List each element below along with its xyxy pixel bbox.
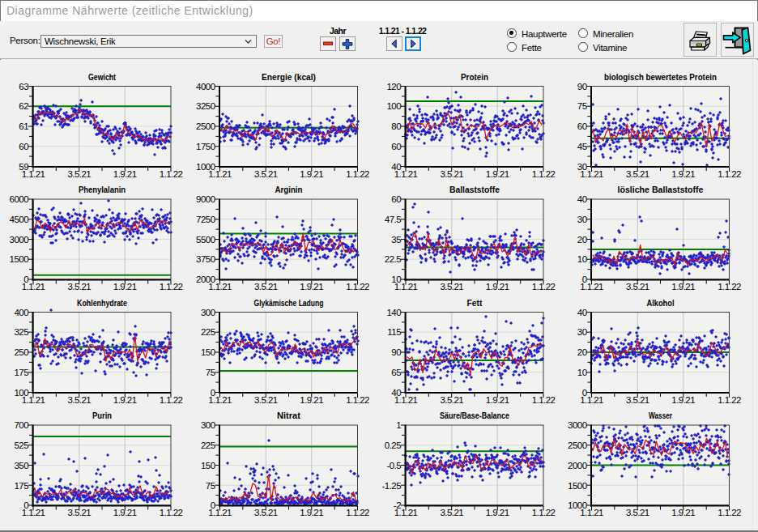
svg-text:60: 60 [577,121,587,131]
svg-text:4500: 4500 [10,215,29,224]
svg-text:1.9.21: 1.9.21 [486,282,509,292]
svg-text:3.5.21: 3.5.21 [67,395,91,405]
svg-text:1.1.22: 1.1.22 [718,282,741,292]
svg-text:Kohlenhydrate: Kohlenhydrate [77,298,127,308]
svg-text:1.9.21: 1.9.21 [113,508,137,517]
svg-text:2500: 2500 [196,121,215,131]
svg-text:1.1.21: 1.1.21 [394,282,418,292]
svg-text:lösliche Ballaststoffe: lösliche Ballaststoffe [618,185,704,194]
svg-text:-0.5: -0.5 [386,461,401,470]
svg-text:75: 75 [206,368,215,377]
svg-text:30: 30 [577,327,587,337]
svg-text:300: 300 [201,420,215,430]
svg-text:175: 175 [14,481,28,491]
svg-text:1.9.21: 1.9.21 [300,508,323,517]
svg-text:65: 65 [391,368,401,377]
svg-text:63: 63 [19,82,28,92]
svg-text:1.9.21: 1.9.21 [486,508,509,517]
svg-text:30: 30 [577,215,587,224]
svg-text:1.9.21: 1.9.21 [300,169,323,179]
svg-text:1.1.21: 1.1.21 [394,395,418,405]
svg-text:1.1.22: 1.1.22 [346,169,369,179]
svg-text:biologisch bewertetes Protein: biologisch bewertetes Protein [604,72,717,82]
svg-text:175: 175 [14,368,28,377]
svg-text:1.9.21: 1.9.21 [671,169,695,179]
svg-text:4000: 4000 [196,82,215,92]
svg-text:1: 1 [396,420,401,430]
svg-text:100: 100 [386,101,401,111]
svg-text:10: 10 [577,254,587,264]
svg-text:Ballaststoffe: Ballaststoffe [449,185,500,194]
svg-text:1.1.22: 1.1.22 [532,169,556,179]
svg-text:1.1.22: 1.1.22 [718,395,741,405]
svg-text:1.1.21: 1.1.21 [580,508,603,517]
svg-text:1.1.22: 1.1.22 [160,169,183,179]
svg-text:1.9.21: 1.9.21 [300,282,323,292]
svg-text:400: 400 [14,308,28,317]
svg-text:1.1.21: 1.1.21 [580,169,603,179]
svg-text:Glykämische Ladung: Glykämische Ladung [254,298,324,308]
svg-text:1.1.22: 1.1.22 [160,282,183,292]
svg-text:1.1.21: 1.1.21 [208,395,232,405]
svg-text:1.1.22: 1.1.22 [346,282,369,292]
svg-text:60: 60 [391,194,401,204]
svg-text:300: 300 [201,308,215,317]
svg-text:1.9.21: 1.9.21 [113,169,137,179]
svg-text:1.9.21: 1.9.21 [113,282,137,292]
svg-text:75: 75 [577,101,587,111]
svg-text:1.1.22: 1.1.22 [532,282,556,292]
svg-text:1.1.21: 1.1.21 [22,395,45,405]
svg-text:75: 75 [206,481,215,491]
svg-text:3000: 3000 [10,235,29,245]
svg-text:350: 350 [14,461,28,470]
svg-text:3.5.21: 3.5.21 [440,282,463,292]
svg-text:1.1.21: 1.1.21 [22,169,45,179]
svg-text:250: 250 [14,347,28,357]
svg-text:7250: 7250 [196,215,215,224]
svg-text:1.1.22: 1.1.22 [532,395,556,405]
svg-text:225: 225 [201,327,215,337]
svg-text:Alkohol: Alkohol [647,298,675,308]
svg-text:Nitrat: Nitrat [277,411,300,420]
svg-text:1.9.21: 1.9.21 [671,395,695,405]
svg-text:20: 20 [577,235,587,245]
svg-text:45: 45 [577,142,587,151]
svg-text:3.5.21: 3.5.21 [440,169,463,179]
svg-text:Arginin: Arginin [275,185,303,194]
svg-text:1.1.21: 1.1.21 [580,282,603,292]
svg-text:1.9.21: 1.9.21 [486,395,509,405]
svg-text:40: 40 [577,194,587,204]
svg-text:1750: 1750 [196,142,215,151]
svg-text:62: 62 [19,101,28,111]
svg-text:35: 35 [391,235,401,245]
svg-text:Fett: Fett [467,298,483,308]
svg-text:3.5.21: 3.5.21 [626,282,649,292]
svg-text:40: 40 [577,308,587,317]
svg-text:150: 150 [201,461,215,470]
svg-text:1.1.21: 1.1.21 [394,169,418,179]
svg-text:3.5.21: 3.5.21 [440,508,463,517]
svg-text:0.25: 0.25 [385,440,401,450]
svg-text:20: 20 [577,347,587,357]
svg-text:22.5: 22.5 [385,254,401,264]
svg-text:150: 150 [201,347,215,357]
svg-text:60: 60 [391,142,401,151]
svg-text:525: 525 [14,440,28,450]
svg-text:1.9.21: 1.9.21 [671,282,695,292]
svg-text:1.1.21: 1.1.21 [208,282,232,292]
svg-text:2500: 2500 [568,440,587,450]
svg-text:Purin: Purin [92,411,112,420]
svg-text:Gewicht: Gewicht [88,72,116,82]
svg-text:1.1.21: 1.1.21 [22,282,45,292]
svg-text:60: 60 [19,142,28,151]
svg-text:3.5.21: 3.5.21 [254,169,278,179]
svg-text:1.9.21: 1.9.21 [300,395,323,405]
svg-text:Energie (kcal): Energie (kcal) [262,72,316,82]
svg-text:1.1.22: 1.1.22 [160,395,183,405]
svg-text:1.1.22: 1.1.22 [718,508,741,517]
svg-text:10: 10 [577,368,587,377]
svg-text:225: 225 [201,440,215,450]
svg-text:9000: 9000 [196,194,215,204]
svg-text:2000: 2000 [568,461,587,470]
svg-text:5500: 5500 [196,235,215,245]
